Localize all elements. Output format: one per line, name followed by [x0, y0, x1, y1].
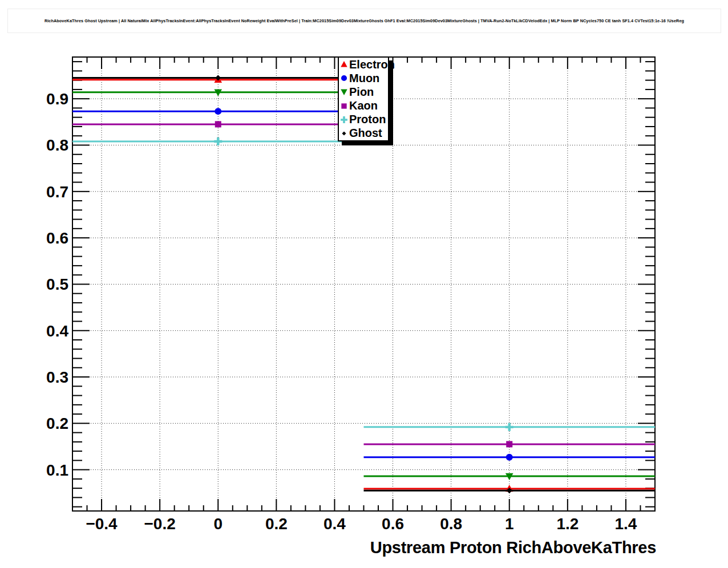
x-tick-label: −0.2 [144, 515, 176, 533]
legend-entry-label: Proton [349, 113, 386, 126]
legend: ElectronMuonPionKaonProtonGhost [338, 56, 389, 141]
series-muon [72, 108, 655, 461]
y-tick-label: 0.2 [46, 415, 68, 432]
x-tick-label: 0.4 [323, 515, 346, 533]
x-tick-label: 0 [213, 515, 223, 533]
cross-marker [505, 423, 513, 431]
x-tick-label: 0.6 [382, 515, 404, 533]
square-marker [506, 441, 512, 447]
y-tick-label: 0.6 [46, 229, 68, 247]
x-tick-label: 0.8 [440, 515, 462, 533]
square-marker [215, 121, 221, 127]
y-tick-label: 0.8 [46, 136, 68, 154]
cross-marker [214, 137, 222, 145]
y-axis-labels: 0.10.20.30.40.50.60.70.80.9 [46, 90, 68, 478]
x-axis-title: Upstream Proton RichAboveKaThres [0, 538, 656, 557]
x-tick-label: −0.4 [86, 515, 118, 533]
pion-legend-marker-icon [339, 87, 349, 97]
legend-entry-muon: Muon [339, 71, 388, 85]
proton-legend-marker-icon [339, 115, 349, 125]
y-tick-label: 0.1 [46, 461, 68, 479]
x-tick-label: 1 [505, 515, 514, 533]
circle-marker [215, 108, 221, 115]
series-proton [72, 137, 655, 431]
root-canvas: RichAboveKaThres Ghost Upstream | All Na… [0, 0, 728, 568]
y-tick-label: 0.3 [46, 368, 68, 386]
legend-entry-label: Ghost [349, 127, 382, 140]
electron-legend-marker-icon [339, 59, 349, 70]
triangle-up-marker [341, 61, 347, 67]
x-axis-labels: −0.4−0.200.20.40.60.811.21.4 [86, 515, 637, 533]
x-tick-label: 0.2 [265, 515, 288, 533]
circle-marker [506, 454, 513, 461]
square-marker [341, 103, 346, 108]
series-pion [72, 90, 655, 480]
legend-entry-label: Electron [349, 58, 395, 71]
y-tick-label: 0.7 [46, 183, 68, 201]
x-tick-label: 1.2 [556, 515, 579, 533]
y-tick-label: 0.9 [46, 90, 68, 108]
cross-marker [341, 116, 347, 123]
y-tick-label: 0.5 [46, 275, 68, 293]
legend-entry-pion: Pion [339, 85, 388, 99]
kaon-legend-marker-icon [339, 101, 349, 111]
muon-legend-marker-icon [339, 73, 349, 83]
legend-entry-label: Muon [349, 72, 379, 85]
legend-entry-kaon: Kaon [339, 99, 388, 113]
diamond-marker [342, 131, 346, 135]
legend-entry-proton: Proton [339, 113, 388, 127]
series-kaon [72, 121, 655, 447]
legend-entry-label: Kaon [349, 99, 378, 112]
legend-entry-ghost: Ghost [339, 127, 388, 140]
legend-entry-electron: Electron [339, 58, 388, 71]
circle-marker [341, 75, 347, 81]
y-tick-label: 0.4 [46, 322, 68, 340]
triangle-down-marker [341, 90, 347, 95]
ghost-legend-marker-icon [339, 128, 349, 139]
x-tick-label: 1.4 [614, 515, 637, 533]
legend-entry-label: Pion [349, 86, 374, 99]
